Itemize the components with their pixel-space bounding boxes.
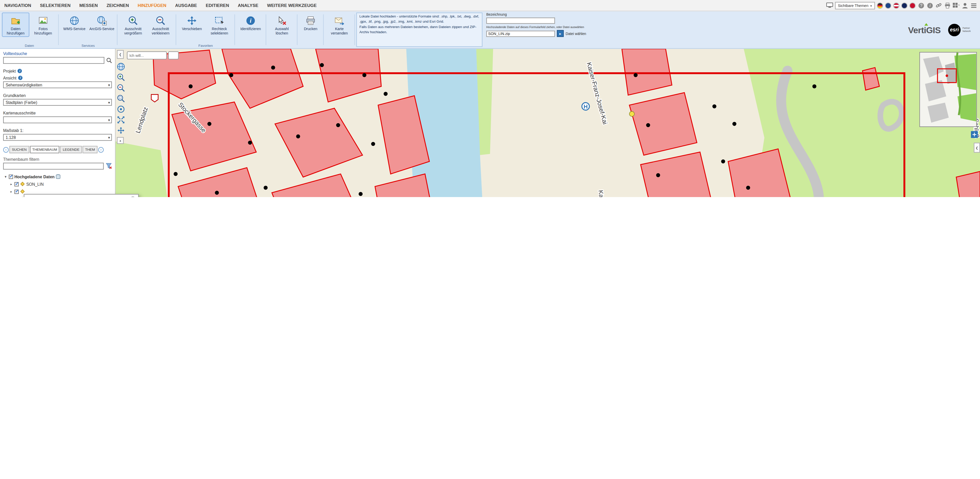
zoom-out-button[interactable]: Ausschnitt verkleinern: [147, 13, 175, 37]
poi-dot: [656, 173, 660, 177]
checkbox[interactable]: [14, 197, 19, 197]
flag-striped-icon[interactable]: [893, 2, 899, 8]
kartenausschnitte-select[interactable]: [3, 116, 112, 123]
map-canvas[interactable]: LendplatzStockergasseMariahilferstraßeMa…: [116, 49, 980, 197]
globe-icon[interactable]: [117, 62, 125, 71]
menu-item[interactable]: AUSGABE: [170, 3, 201, 8]
add-data-button[interactable]: Daten hinzufügen: [2, 13, 29, 37]
ich-will-handle[interactable]: [168, 51, 178, 59]
flag-german-icon[interactable]: [877, 2, 883, 8]
menu-item[interactable]: HINZUFÜGEN: [134, 3, 171, 8]
checkbox[interactable]: [9, 174, 13, 179]
info-icon[interactable]: i: [926, 2, 933, 9]
pan-button[interactable]: Verschieben: [178, 13, 205, 33]
map-viewport[interactable]: LendplatzStockergasseMariahilferstraßeMa…: [116, 49, 980, 197]
zoom-box-icon[interactable]: [117, 94, 125, 103]
zoom-in-button[interactable]: Ausschnitt vergrößern: [119, 13, 147, 37]
menu-item[interactable]: EDITIEREN: [202, 3, 234, 8]
upload-info-line1: Lokale Datei hochladen - unterstützte Fo…: [360, 14, 479, 24]
identify-button[interactable]: i Identifizieren: [237, 13, 264, 33]
apps-icon[interactable]: [953, 2, 959, 9]
close-icon[interactable]: ✕: [130, 196, 136, 197]
overview-map[interactable]: [920, 52, 977, 127]
full-extent-icon[interactable]: [117, 116, 125, 124]
expander-icon[interactable]: ▾: [4, 175, 8, 179]
menu-item[interactable]: MESSEN: [75, 3, 102, 8]
user-icon[interactable]: [961, 2, 968, 9]
flag-red-icon[interactable]: [909, 2, 915, 8]
filter-clear-icon[interactable]: [106, 163, 112, 169]
send-map-button[interactable]: Karte versenden: [326, 13, 353, 37]
poi-dot: [721, 160, 725, 164]
poi-dot: [646, 123, 650, 127]
tree-row[interactable]: ▸SON_LIN: [3, 180, 112, 188]
search-icon[interactable]: [107, 57, 112, 64]
link-icon[interactable]: [935, 2, 942, 9]
tab-legende[interactable]: LEGENDE: [60, 146, 82, 153]
scroll-up-icon[interactable]: ▲: [117, 137, 124, 144]
menu-icon[interactable]: [970, 2, 977, 9]
massstab-label: Maßstab 1:: [3, 128, 23, 133]
pan-mode-icon[interactable]: [117, 126, 125, 134]
bezeichnung-field[interactable]: [486, 18, 555, 24]
monitor-icon[interactable]: [826, 2, 833, 9]
map-zoom-out-icon[interactable]: [117, 84, 125, 92]
tab-scroll-left-icon[interactable]: ‹: [3, 147, 9, 152]
ich-will-input[interactable]: Ich will...: [127, 51, 167, 59]
ansicht-info-icon[interactable]: i: [18, 76, 22, 80]
wms-service-label: WMS-Service: [63, 27, 85, 31]
tab-themenbaum[interactable]: THEMENBAUM: [30, 146, 60, 153]
poi-dot: [174, 172, 178, 176]
expander-icon[interactable]: ▸: [9, 182, 13, 186]
overview-expand-button[interactable]: [971, 130, 978, 137]
choose-file-icon[interactable]: ▸: [557, 30, 564, 37]
tab-suchen[interactable]: SUCHEN: [9, 146, 29, 153]
arcgis-service-button[interactable]: ArcGIS-Service: [88, 13, 116, 33]
poi-dot: [271, 65, 275, 70]
select-rect-button[interactable]: Rechteck selektieren: [205, 13, 233, 37]
esri-badge-icon: esri: [948, 23, 961, 36]
print-button[interactable]: Drucken: [299, 13, 322, 33]
menu-item[interactable]: WEITERE WERKZEUGE: [262, 3, 321, 8]
menu-item[interactable]: ZEICHNEN: [102, 3, 134, 8]
poi-dot: [320, 63, 324, 67]
expander-icon[interactable]: ▸: [9, 190, 13, 193]
flag-blue-icon[interactable]: [885, 2, 891, 8]
print-icon[interactable]: [944, 2, 951, 9]
grundkarten-select[interactable]: Stadtplan (Farbe): [3, 99, 112, 106]
poi-dot: [229, 73, 233, 77]
help-icon[interactable]: ?: [918, 2, 924, 9]
checkbox[interactable]: [14, 189, 19, 194]
menu-item[interactable]: SELEKTIEREN: [35, 3, 75, 8]
fulltext-search-input[interactable]: [3, 57, 104, 64]
menu-item[interactable]: ANALYSE: [234, 3, 263, 8]
wms-service-icon: [69, 15, 80, 26]
ansicht-select[interactable]: Sehenswürdigkeiten: [3, 81, 112, 88]
massstab-select[interactable]: 1.128: [3, 134, 112, 141]
flag-navy-icon[interactable]: [901, 2, 908, 8]
fulltext-search-label: Volltextsuche: [3, 51, 112, 56]
right-panel-collapse-button[interactable]: ❮: [974, 143, 980, 153]
center-target-icon[interactable]: [117, 105, 125, 113]
ribbon-group-services: WMS-Service ArcGIS-Service Services: [59, 11, 118, 48]
clear-selection-button[interactable]: Auswahl löschen: [268, 13, 296, 37]
poi-dot: [359, 192, 363, 196]
visible-themes-dropdown[interactable]: Sichtbare Themen ▾: [835, 2, 875, 9]
map-zoom-in-icon[interactable]: [117, 73, 125, 81]
menu-item[interactable]: NAVIGATION: [0, 3, 35, 8]
add-photos-button[interactable]: Fotos hinzufügen: [29, 13, 57, 37]
tree-filter-input[interactable]: [3, 163, 104, 169]
poi-dot: [362, 73, 366, 77]
projekt-info-icon[interactable]: i: [18, 69, 22, 73]
checkbox[interactable]: [14, 182, 19, 186]
upload-file-field[interactable]: [486, 30, 555, 37]
tab-them[interactable]: THEM: [83, 146, 97, 153]
tab-scroll-right-icon[interactable]: ›: [98, 147, 104, 152]
svg-text:i: i: [250, 17, 251, 24]
arcgis-service-label: ArcGIS-Service: [89, 27, 115, 31]
choose-file-label[interactable]: Datei wählen: [566, 32, 586, 35]
tree-row[interactable]: ▾Hochgeladene Daten: [3, 172, 112, 180]
sidebar-collapse-button[interactable]: ❮: [117, 50, 124, 59]
poi-dot: [732, 122, 737, 126]
wms-service-button[interactable]: WMS-Service: [60, 13, 88, 33]
